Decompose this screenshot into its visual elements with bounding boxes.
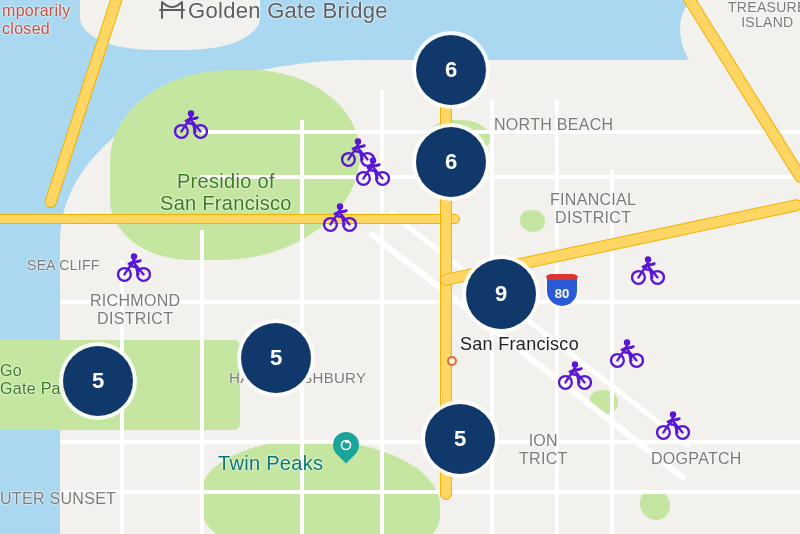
cluster-count: 5 <box>92 368 104 394</box>
bike-icon[interactable] <box>610 336 644 370</box>
cluster-count: 5 <box>454 426 466 452</box>
street <box>200 175 800 179</box>
highway <box>0 214 460 224</box>
shield-number: 80 <box>555 286 569 301</box>
bridge-icon <box>158 0 186 28</box>
bike-icon[interactable] <box>558 358 592 392</box>
cluster-marker[interactable]: 5 <box>425 404 495 474</box>
street <box>60 300 800 304</box>
svg-rect-4 <box>345 440 349 443</box>
cluster-marker[interactable]: 5 <box>63 346 133 416</box>
bike-icon[interactable] <box>356 154 390 188</box>
bike-icon[interactable] <box>174 107 208 141</box>
map-canvas[interactable]: mporarily closed Golden Gate Bridge Pres… <box>0 0 800 534</box>
street <box>555 100 559 534</box>
cluster-marker[interactable]: 6 <box>416 127 486 197</box>
city-dot-icon <box>447 356 457 366</box>
cluster-count: 5 <box>270 345 282 371</box>
bike-icon[interactable] <box>631 253 665 287</box>
street <box>60 490 800 494</box>
cluster-count: 9 <box>495 281 507 307</box>
park-small <box>520 210 545 232</box>
cluster-marker[interactable]: 5 <box>241 323 311 393</box>
closed-notice-label: mporarily closed <box>2 2 71 37</box>
bike-icon[interactable] <box>656 408 690 442</box>
cluster-count: 6 <box>445 57 457 83</box>
bike-icon[interactable] <box>323 200 357 234</box>
street <box>300 120 304 534</box>
cluster-marker[interactable]: 6 <box>416 35 486 105</box>
bike-icon[interactable] <box>117 250 151 284</box>
interstate-shield-icon: 80 <box>545 274 579 308</box>
street <box>200 230 204 534</box>
park-small <box>640 490 670 520</box>
street <box>200 130 800 134</box>
cluster-marker[interactable]: 9 <box>466 259 536 329</box>
cluster-count: 6 <box>445 149 457 175</box>
